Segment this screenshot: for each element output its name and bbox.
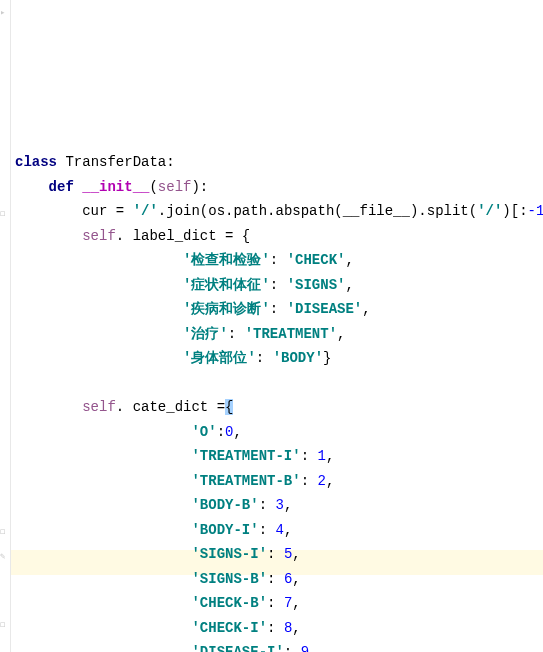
class-name: TransferData [65, 154, 166, 170]
dict-entry: 'CHECK-I': 8, [15, 620, 301, 636]
dict-entry: 'TREATMENT-I': 1, [15, 448, 334, 464]
self-ref: self [82, 228, 116, 244]
code-editor[interactable]: class TransferData: def __init__(self): … [0, 147, 543, 652]
function-name-init: __init__ [82, 179, 149, 195]
dict-entry: '身体部位': 'BODY'} [15, 350, 331, 366]
keyword-class: class [15, 154, 57, 170]
attr-label-dict: label_dict [133, 228, 217, 244]
dict-entry: 'BODY-I': 4, [15, 522, 292, 538]
dict-entry: 'SIGNS-B': 6, [15, 571, 301, 587]
dict-entry: '疾病和诊断': 'DISEASE', [15, 301, 371, 317]
highlighted-brace: { [225, 399, 233, 415]
keyword-def: def [49, 179, 74, 195]
fold-marker-icon[interactable]: ▸ [0, 6, 9, 15]
attr-cate-dict: cate_dict [133, 399, 209, 415]
self-param: self [158, 179, 192, 195]
dict-entry: 'O':0, [15, 424, 242, 440]
self-ref: self [82, 399, 116, 415]
dict-entry: 'SIGNS-I': 5, [15, 546, 301, 562]
dict-entry: '症状和体征': 'SIGNS', [15, 277, 354, 293]
dict-entry: 'DISEASE-I': 9, [15, 644, 317, 652]
dict-entry: 'TREATMENT-B': 2, [15, 473, 334, 489]
dict-entry: 'CHECK-B': 7, [15, 595, 301, 611]
dict-entry: 'BODY-B': 3, [15, 497, 292, 513]
dict-entry: '治疗': 'TREATMENT', [15, 326, 345, 342]
dict-entry: '检查和检验': 'CHECK', [15, 252, 354, 268]
